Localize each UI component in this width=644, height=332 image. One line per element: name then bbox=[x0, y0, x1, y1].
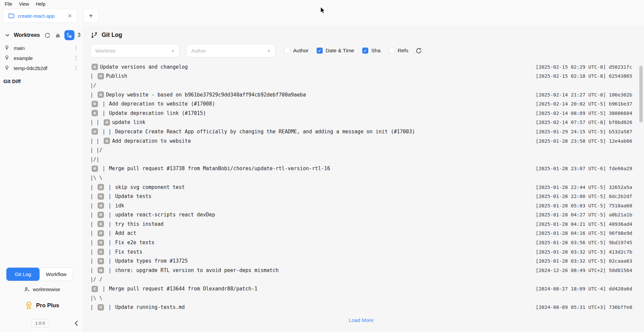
log-row[interactable]: | R | try this instead[2025-01-28 04:21 … bbox=[90, 219, 644, 229]
git-diff-section-title[interactable]: Git Diff bbox=[0, 73, 84, 90]
toggle-workflow[interactable]: Workflow bbox=[40, 268, 73, 281]
commit-meta: [2025-02-15 02:18 UTC-8] 62543865 bbox=[536, 73, 632, 79]
checkbox-box[interactable] bbox=[284, 48, 290, 54]
new-tab-button[interactable]: + bbox=[83, 9, 99, 23]
checkbox-label: Author bbox=[293, 48, 309, 54]
author-avatar: R bbox=[92, 101, 98, 107]
tab-create-react-app[interactable]: create-react-app ✕ bbox=[3, 9, 77, 23]
log-row[interactable]: | | RAdd deprecation to website[2025-01-… bbox=[90, 136, 644, 146]
graph-text: | bbox=[105, 221, 114, 227]
author-filter-placeholder: Author bbox=[191, 48, 267, 54]
tree-icon bbox=[4, 55, 10, 61]
commit-message: Publish bbox=[106, 73, 127, 79]
account-row[interactable]: worktreewise bbox=[0, 286, 84, 292]
commit-sha: 9bd19745 bbox=[606, 240, 632, 245]
graph-text: | bbox=[99, 110, 108, 116]
kebab-menu-icon[interactable]: ⋮ bbox=[71, 45, 80, 51]
log-row[interactable]: |/| bbox=[90, 155, 644, 164]
chevron-down-icon[interactable] bbox=[3, 31, 11, 39]
menu-item-help[interactable]: Help bbox=[33, 1, 48, 7]
commit-meta: [2025-01-28 03:32 UTC-5] 413d2c7b bbox=[536, 249, 632, 255]
log-row[interactable]: | R | Fix tests[2025-01-28 03:32 UTC-5] … bbox=[90, 247, 644, 257]
log-row[interactable]: | R | Update types from #13725[2025-01-2… bbox=[90, 256, 644, 266]
author-filter-select[interactable]: Author ∨ bbox=[186, 44, 275, 57]
log-row[interactable]: | R | Update tests[2025-01-28 22:00 UTC-… bbox=[90, 192, 644, 201]
author-avatar: R bbox=[98, 249, 104, 255]
menu-item-view[interactable]: View bbox=[16, 1, 32, 7]
log-row[interactable]: | R | Add act[2025-01-28 04:16 UTC-5] 96… bbox=[90, 229, 644, 238]
log-row[interactable]: |\ \ bbox=[90, 293, 644, 303]
log-row[interactable]: | RDeploy website - based on b961be37929… bbox=[90, 90, 644, 99]
commit-meta: [2025-01-28 23:58 UTC-5] 12e4ab66 bbox=[536, 138, 632, 144]
worktree-filter-placeholder: Worktree bbox=[95, 48, 171, 54]
checkbox-box[interactable] bbox=[389, 48, 395, 54]
log-row[interactable]: |\ \ bbox=[90, 173, 644, 183]
commit-message: Merge pull request #13644 from Olexandr8… bbox=[109, 286, 258, 292]
log-row[interactable]: |/ bbox=[90, 81, 644, 90]
checkbox-refs[interactable]: Refs bbox=[389, 48, 409, 54]
tab-close-icon[interactable]: ✕ bbox=[68, 13, 72, 19]
log-row[interactable]: O | | Deprecate Create React App officia… bbox=[90, 127, 644, 136]
log-row[interactable]: | R | Fix e2e tests[2025-01-28 03:56 UTC… bbox=[90, 238, 644, 247]
refresh-log-icon[interactable] bbox=[416, 48, 422, 54]
author-avatar: R bbox=[98, 212, 104, 218]
chevron-down-icon: ∨ bbox=[171, 48, 174, 53]
log-row[interactable]: | R | update react-scripts react devDep[… bbox=[90, 210, 644, 220]
commit-sha: b532a587 bbox=[606, 129, 632, 134]
checkbox-box[interactable]: ✓ bbox=[362, 48, 368, 54]
log-row[interactable]: E | Merge pull request #13644 from Olexa… bbox=[90, 284, 644, 293]
log-row[interactable]: | RPublish[2025-02-15 02:18 UTC-8] 62543… bbox=[90, 72, 644, 81]
graph-text: | bbox=[105, 184, 114, 190]
menu-item-file[interactable]: File bbox=[2, 1, 15, 7]
commit-message: Update versions and changelog bbox=[100, 64, 188, 70]
log-row[interactable]: | R | skip svg component test[2025-01-28… bbox=[90, 183, 644, 192]
author-avatar: R bbox=[98, 91, 104, 98]
kebab-menu-icon[interactable]: ⋮ bbox=[71, 65, 80, 71]
log-row[interactable]: R | Merge pull request #13738 from Matan… bbox=[90, 164, 644, 174]
kebab-menu-icon[interactable]: ⋮ bbox=[71, 55, 80, 61]
commit-message: Add act bbox=[115, 230, 136, 236]
checkbox-author[interactable]: Author bbox=[284, 48, 309, 54]
commit-sha: 02caaa63 bbox=[606, 258, 632, 264]
log-row[interactable]: RUpdate versions and changelog[2025-02-1… bbox=[90, 62, 644, 72]
graph-text: | bbox=[90, 203, 96, 209]
commit-sha: 62543865 bbox=[606, 73, 632, 79]
toggle-git-log[interactable]: Git Log bbox=[6, 268, 40, 281]
commit-timestamp: [2024-08-09 05:31 UTC+3] bbox=[536, 305, 606, 310]
commit-sha: 96f98e9d bbox=[606, 230, 632, 236]
commit-meta: [2025-01-29 24:15 UTC-5] b532a587 bbox=[536, 129, 632, 134]
checkbox-box[interactable]: ✓ bbox=[317, 48, 323, 54]
collapse-sidebar-icon[interactable] bbox=[74, 320, 78, 326]
checkbox-sha[interactable]: ✓Sha bbox=[362, 48, 381, 54]
author-avatar: R bbox=[92, 64, 98, 70]
log-row[interactable]: | O | Update running-tests.md[2024-08-09… bbox=[90, 303, 644, 312]
log-row[interactable]: | R | idk[2025-01-28 05:03 UTC-5] 7510aa… bbox=[90, 201, 644, 210]
page-title: Git Log bbox=[102, 31, 122, 39]
log-row[interactable]: | |/ bbox=[90, 145, 644, 155]
log-row[interactable]: |/ / bbox=[90, 275, 644, 284]
app-content: Worktrees 3 main⋮example⋮temp-0dc2b2df⋮ … bbox=[0, 25, 644, 332]
log-row[interactable]: R | Add deprecation to website (#17008)[… bbox=[90, 99, 644, 109]
worktree-item-main[interactable]: main⋮ bbox=[0, 43, 84, 53]
cleanup-broom-icon[interactable] bbox=[54, 31, 62, 39]
worktree-item-example[interactable]: example⋮ bbox=[0, 53, 84, 63]
graph-text: | bbox=[99, 286, 108, 292]
commit-message: Deprecate Create React App officially by… bbox=[115, 129, 415, 135]
add-worktree-button[interactable] bbox=[64, 30, 74, 40]
author-avatar: R bbox=[98, 193, 104, 200]
commit-timestamp: [2025-02-14 07:57 UTC-8] bbox=[536, 120, 606, 125]
graph-text: | | bbox=[99, 129, 114, 135]
refresh-worktrees-icon[interactable] bbox=[44, 31, 52, 39]
checkbox-date-time[interactable]: ✓Date & Time bbox=[317, 48, 354, 54]
worktree-item-temp-0dc2b2df[interactable]: temp-0dc2b2df⋮ bbox=[0, 63, 84, 73]
worktree-filter-select[interactable]: Worktree ∨ bbox=[90, 44, 179, 57]
scrollbar-thumb[interactable] bbox=[639, 66, 643, 123]
load-more-button[interactable]: Load More bbox=[348, 317, 373, 323]
log-row[interactable]: R | Update deprecation link (#17015)[202… bbox=[90, 109, 644, 118]
log-row[interactable]: | | Rupdate link[2025-02-14 07:57 UTC-8]… bbox=[90, 118, 644, 127]
commit-meta: [2025-01-28 03:32 UTC-5] 02caaa63 bbox=[536, 258, 632, 264]
author-avatar: R bbox=[92, 165, 98, 172]
commit-sha: 40936ad4 bbox=[606, 221, 632, 227]
log-row[interactable]: | M | chore: upgrade RTL version to avoi… bbox=[90, 266, 644, 275]
commit-timestamp: [2025-02-14 21:27 UTC-8] bbox=[536, 92, 606, 97]
